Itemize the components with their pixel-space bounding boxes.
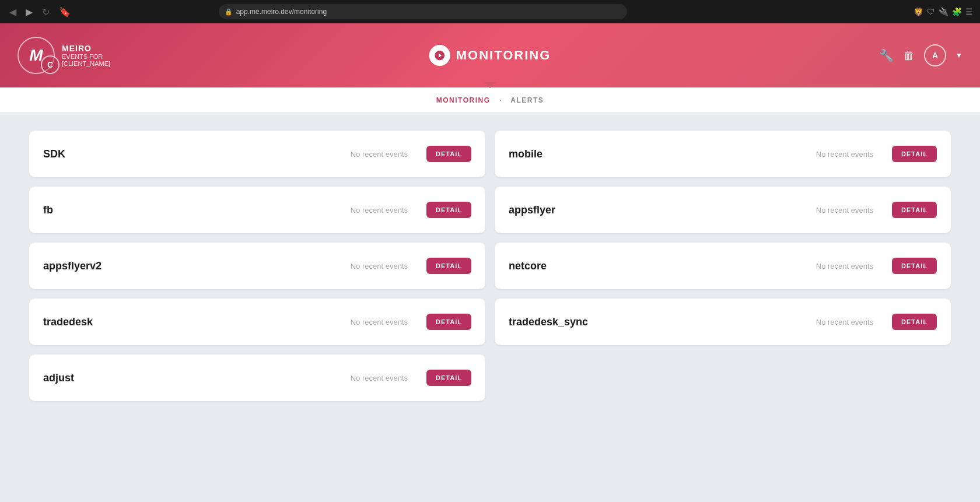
bookmark-button[interactable]: 🔖	[57, 4, 73, 20]
shield-icon: 🛡	[927, 7, 935, 16]
browser-chrome: ◀ ▶ ↻ 🔖 🔒 app.me.meiro.dev/monitoring 🦁 …	[0, 0, 980, 23]
card-appsflyerv2-status: No recent events	[158, 262, 408, 271]
app-header: M C MEIRO EVENTS FOR [CLIENT_NAME] MONIT…	[0, 23, 980, 87]
nav-alerts[interactable]: ALERTS	[510, 96, 544, 104]
back-button[interactable]: ◀	[7, 4, 19, 20]
brand-name: MEIRO	[62, 44, 110, 53]
logo-c-circle: C	[41, 55, 60, 74]
nav-dot: •	[499, 97, 501, 103]
card-fb: fb No recent events DETAIL	[29, 187, 485, 233]
monitoring-icon	[429, 45, 450, 66]
card-netcore: netcore No recent events DETAIL	[495, 243, 951, 289]
card-appsflyerv2: appsflyerv2 No recent events DETAIL	[29, 243, 485, 289]
main-content: SDK No recent events DETAIL fb No recent…	[0, 113, 980, 500]
sub-nav: MONITORING • ALERTS	[0, 87, 980, 113]
card-tradedesk-sync-status: No recent events	[623, 318, 873, 327]
wrench-button[interactable]: 🔧	[879, 48, 894, 62]
browser-actions: 🦁 🛡 🔌 🧩 ☰	[914, 7, 973, 16]
card-mobile-detail-button[interactable]: DETAIL	[892, 146, 937, 162]
refresh-button[interactable]: ↻	[40, 4, 52, 20]
card-fb-status: No recent events	[158, 206, 408, 215]
trash-button[interactable]: 🗑	[903, 49, 915, 62]
logo-text: MEIRO EVENTS FOR [CLIENT_NAME]	[62, 44, 110, 67]
card-tradedesk-sync-detail-button[interactable]: DETAIL	[892, 314, 937, 330]
logo-c-letter: C	[47, 60, 53, 69]
card-netcore-detail-button[interactable]: DETAIL	[892, 258, 937, 274]
avatar-dropdown-icon[interactable]: ▼	[956, 51, 963, 59]
url-text: app.me.meiro.dev/monitoring	[236, 8, 327, 16]
card-adjust: adjust No recent events DETAIL	[29, 354, 485, 401]
card-adjust-name: adjust	[43, 372, 148, 384]
card-tradedesk-sync-name: tradedesk_sync	[509, 316, 614, 328]
avatar-button[interactable]: A	[924, 44, 946, 66]
card-tradedesk-status: No recent events	[158, 318, 408, 327]
card-appsflyerv2-detail-button[interactable]: DETAIL	[426, 258, 471, 274]
card-tradedesk: tradedesk No recent events DETAIL	[29, 299, 485, 345]
card-appsflyer-status: No recent events	[623, 206, 873, 215]
card-mobile: mobile No recent events DETAIL	[495, 131, 951, 177]
ext1-icon: 🔌	[939, 7, 949, 16]
card-appsflyer-detail-button[interactable]: DETAIL	[892, 202, 937, 218]
left-column: SDK No recent events DETAIL fb No recent…	[29, 131, 485, 401]
card-sdk-name: SDK	[43, 148, 148, 160]
card-appsflyer: appsflyer No recent events DETAIL	[495, 187, 951, 233]
right-column: mobile No recent events DETAIL appsflyer…	[495, 131, 951, 401]
forward-button[interactable]: ▶	[23, 4, 35, 20]
header-center: MONITORING	[429, 45, 551, 66]
brand-sub2: [CLIENT_NAME]	[62, 60, 110, 67]
address-bar[interactable]: 🔒 app.me.meiro.dev/monitoring	[219, 4, 627, 19]
cards-grid: SDK No recent events DETAIL fb No recent…	[29, 131, 951, 401]
card-tradedesk-name: tradedesk	[43, 316, 148, 328]
card-appsflyer-name: appsflyer	[509, 204, 614, 216]
brand-sub1: EVENTS FOR	[62, 53, 110, 60]
lock-icon: 🔒	[225, 8, 233, 16]
card-netcore-status: No recent events	[623, 262, 873, 271]
card-tradedesk-detail-button[interactable]: DETAIL	[426, 314, 471, 330]
card-fb-name: fb	[43, 204, 148, 216]
card-sdk-status: No recent events	[158, 150, 408, 159]
header-triangle	[484, 82, 496, 88]
card-appsflyerv2-name: appsflyerv2	[43, 260, 148, 272]
menu-icon: ☰	[965, 7, 973, 16]
brave-icon: 🦁	[914, 7, 923, 16]
card-sdk-detail-button[interactable]: DETAIL	[426, 146, 471, 162]
nav-monitoring[interactable]: MONITORING	[436, 96, 491, 104]
card-mobile-status: No recent events	[623, 150, 873, 159]
card-sdk: SDK No recent events DETAIL	[29, 131, 485, 177]
header-actions: 🔧 🗑 A ▼	[879, 44, 963, 66]
card-adjust-status: No recent events	[158, 374, 408, 382]
card-netcore-name: netcore	[509, 260, 614, 272]
card-adjust-detail-button[interactable]: DETAIL	[426, 370, 471, 386]
card-fb-detail-button[interactable]: DETAIL	[426, 202, 471, 218]
card-mobile-name: mobile	[509, 148, 614, 160]
logo-circles: M C	[18, 37, 55, 74]
logo-area: M C MEIRO EVENTS FOR [CLIENT_NAME]	[18, 37, 110, 74]
ext2-icon: 🧩	[952, 7, 962, 16]
card-tradedesk-sync: tradedesk_sync No recent events DETAIL	[495, 299, 951, 345]
header-title: MONITORING	[456, 48, 551, 63]
